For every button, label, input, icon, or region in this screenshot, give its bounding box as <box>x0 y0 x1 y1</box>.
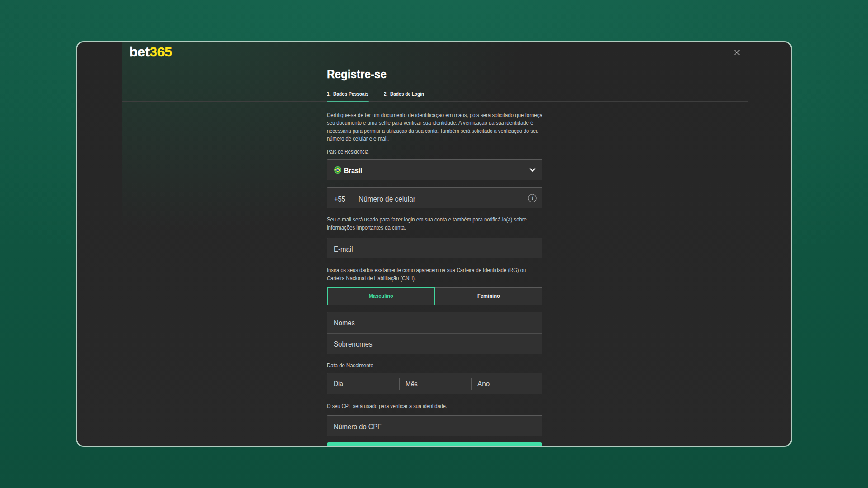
svg-text:i: i <box>532 195 533 202</box>
